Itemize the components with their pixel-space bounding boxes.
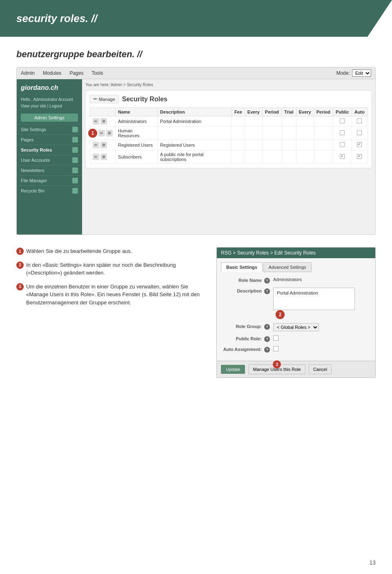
header-title: security roles. // [16,12,97,25]
auto-checkbox[interactable] [357,118,362,123]
action-icons: ✏ ⚙ [93,154,113,160]
auto-checkbox[interactable] [357,130,362,135]
role-group-select[interactable]: < Global Roles > [273,323,319,331]
col-trial: Trial [282,108,296,116]
help-icon[interactable]: ? [264,347,270,353]
cancel-button[interactable]: Cancel [309,364,332,374]
instruction-3: 3 Um die einzelnen Benutzer in einer Gru… [16,283,208,307]
public-checkbox[interactable] [340,130,345,135]
settings-icon[interactable]: ⚙ [100,154,107,160]
sidebar-item-label: Recycle Bin [21,188,45,193]
sidebar-admin-btn[interactable]: Admin Settings [21,114,78,122]
col-actions [90,108,116,116]
edit-form-panel: RSG > Security Roles > Edit Security Rol… [216,247,376,378]
help-icon[interactable]: ? [264,278,270,284]
nav-pages[interactable]: Pages [69,70,83,76]
breadcrumb: You are here: Admin > Security Roles [85,83,372,87]
header-banner: security roles. // [0,0,392,37]
tab-basic-settings[interactable]: Basic Settings [221,262,263,272]
browser-toolbar: Admin Modules Pages Tools Mode: Edit [17,67,375,79]
public-checkbox[interactable] [340,118,345,123]
nav-modules[interactable]: Modules [43,70,61,76]
form-row-role-name: Role Name ? Administrators [221,277,371,284]
col-description: Description [158,108,232,116]
auto-assignment-checkbox[interactable] [273,346,278,351]
sidebar-item-icon [72,127,78,132]
sidebar-item-label: User Accounts [21,158,50,163]
row-badge-1: 1 [88,129,97,138]
edit-icon[interactable]: ✏ [93,118,99,125]
pencil-icon: ✏ [94,96,97,102]
public-checkbox[interactable] [340,142,345,147]
settings-icon[interactable]: ⚙ [106,130,113,136]
edit-icon[interactable]: ✏ [93,154,99,160]
edit-icon[interactable]: ✏ [93,142,99,148]
sidebar-item-file-manager[interactable]: File Manager [17,175,82,185]
role-name[interactable]: Registered Users [116,140,158,150]
manage-label: Manage [99,97,115,102]
role-description: Registered Users [158,140,232,150]
edit-form-header: RSG > Security Roles > Edit Security Rol… [217,248,375,258]
role-name[interactable]: Administrators [116,116,158,127]
help-icon[interactable]: ? [264,324,270,330]
role-description: Portal Administration [158,116,232,127]
roles-panel: ✏ Manage Security Roles Name Description [85,90,372,168]
sidebar-item-site-settings[interactable]: Site Settings [17,124,82,134]
form-row-auto-assignment: Auto Assignment: ? [221,346,371,353]
description-label: Description ? [221,288,270,294]
settings-icon[interactable]: ⚙ [100,142,107,148]
form-footer: Update Manage Users this Role 3 Cancel [217,361,375,377]
instruction-text-3: Um die einzelnen Benutzer in einer Grupp… [26,283,208,307]
role-group-label: Role Group: ? [221,323,270,330]
sidebar-item-pages[interactable]: Pages [17,134,82,145]
col-fee: Fee [232,108,245,116]
main-content: You are here: Admin > Security Roles ✏ M… [82,79,375,235]
public-role-label: Public Role: ? [221,335,270,342]
edit-icon[interactable]: ✏ [98,130,105,136]
settings-icon[interactable]: ⚙ [100,118,107,125]
tab-advanced-settings[interactable]: Advanced Settings [263,262,312,272]
sidebar-user-links[interactable]: View your site | Logout [21,103,78,109]
sidebar-item-icon [72,147,78,153]
app-layout: giordano.ch Hello , Administrator Accoun… [17,79,375,235]
role-name-value: Administrators [273,277,302,282]
public-checkbox[interactable] [340,154,345,159]
sidebar-item-security-roles[interactable]: Security Roles [17,145,82,155]
sidebar-item-icon [72,168,78,173]
col-auto: Auto [352,108,367,116]
sidebar-user: Hello , Administrator Account View your … [17,95,82,111]
description-textarea[interactable]: Portal Administration [273,288,355,310]
sidebar-item-label: Newsletters [21,168,44,173]
sidebar-item-icon [72,157,78,163]
sidebar-item-recycle-bin[interactable]: Recycle Bin [17,185,82,196]
sidebar-item-user-accounts[interactable]: User Accounts [17,155,82,165]
role-name[interactable]: Human Resources [116,127,158,140]
section-title: benutzergruppe bearbeiten. // [16,49,376,60]
public-role-checkbox[interactable] [273,335,278,341]
update-button[interactable]: Update [221,365,245,374]
sidebar-item-label: Security Roles [21,147,52,152]
role-name-label: Role Name ? [221,277,270,284]
col-every2: Every [296,108,314,116]
table-row: ✏ ⚙ Registered Users Registered Users [90,140,368,150]
mode-select[interactable]: Edit [352,69,371,77]
help-icon[interactable]: ? [264,288,270,294]
manage-button[interactable]: ✏ Manage [90,95,119,103]
role-name[interactable]: Subscribers [116,150,158,164]
sidebar-logo: giordano.ch [17,79,82,95]
auto-checkbox[interactable] [357,142,362,147]
form-row-description: Description ? Portal Administration 2 [221,288,371,319]
help-icon[interactable]: ? [264,336,270,342]
action-icons: ✏ ⚙ [93,142,113,148]
form-tabs: Basic Settings Advanced Settings [221,262,371,272]
table-row: ✏ ⚙ Administrators Portal Administration [90,116,368,127]
nav-admin[interactable]: Admin [21,70,35,76]
instruction-num-3: 3 [16,283,24,290]
instruction-1: 1 Wählen Sie die zu bearbeitende Gruppe … [16,247,208,255]
auto-checkbox[interactable] [357,154,362,159]
sidebar-hello: Hello , Administrator Account [21,96,78,103]
nav-tools[interactable]: Tools [91,70,103,76]
form-row-public-role: Public Role: ? [221,335,371,342]
mode-label: Mode: [336,70,350,76]
sidebar-item-newsletters[interactable]: Newsletters [17,165,82,175]
